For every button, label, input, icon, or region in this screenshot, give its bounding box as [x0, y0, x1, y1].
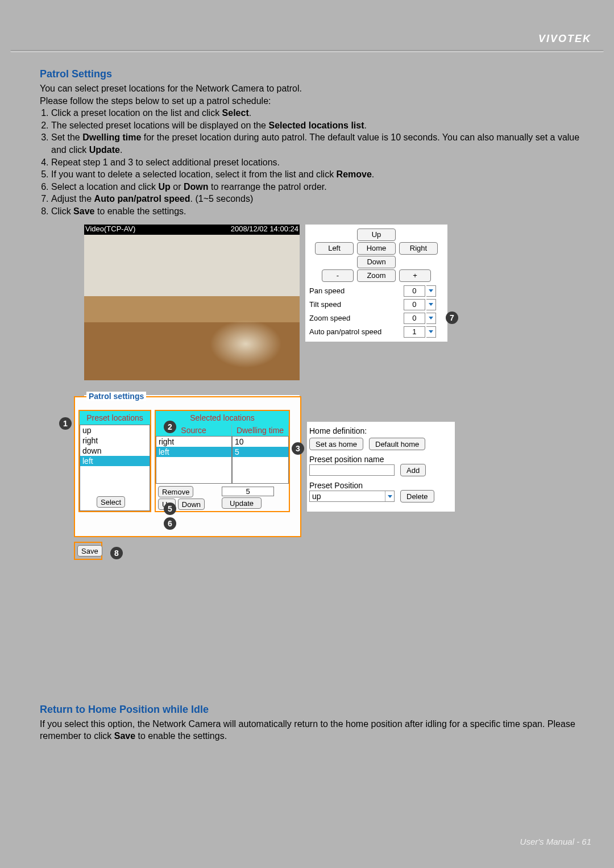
remove-button[interactable]: Remove: [158, 486, 193, 497]
video-timestamp: 2008/12/02 14:00:24: [231, 225, 298, 235]
selected-dwelling-list[interactable]: 10 5: [232, 436, 289, 484]
preset-name-input[interactable]: [309, 464, 395, 476]
step-8: Click Save to enable the settings.: [51, 205, 591, 218]
zoom-speed-select[interactable]: 0: [404, 313, 443, 324]
callout-1: 1: [59, 417, 72, 430]
home-definition-panel: Home definition: Set as home Default hom…: [307, 422, 455, 512]
pan-speed-label: Pan speed: [306, 284, 400, 298]
home-definition-label: Home definition:: [309, 426, 453, 435]
callout-7: 7: [446, 312, 458, 324]
list-item[interactable]: right: [80, 435, 150, 446]
delete-button[interactable]: Delete: [400, 490, 434, 502]
pan-speed-select[interactable]: 0: [404, 285, 443, 297]
selected-locations-header: Selected locations: [156, 411, 289, 425]
step-7: Adjust the Auto pan/patrol speed. (1~5 s…: [51, 193, 591, 205]
preset-position-label: Preset Position: [309, 481, 453, 490]
intro-line1: You can select preset locations for the …: [40, 82, 591, 95]
set-as-home-button[interactable]: Set as home: [309, 438, 363, 450]
auto-speed-select[interactable]: 1: [404, 326, 443, 338]
preset-name-label: Preset position name: [309, 455, 453, 464]
chevron-down-icon: [426, 285, 436, 297]
zoom-in-button[interactable]: +: [399, 269, 431, 282]
ptz-home-button[interactable]: Home: [357, 242, 396, 255]
zoom-out-button[interactable]: -: [322, 269, 354, 282]
table-row[interactable]: 5: [233, 447, 288, 457]
list-item[interactable]: down: [80, 446, 150, 456]
video-preview[interactable]: [84, 235, 300, 380]
chevron-down-icon: [426, 326, 436, 338]
header-divider: [10, 50, 604, 52]
patrol-legend: Patrol settings: [86, 392, 146, 401]
video-titlebar: Video(TCP-AV) 2008/12/02 14:00:24: [84, 225, 300, 235]
preset-locations-header: Preset locations: [80, 411, 150, 425]
callout-6: 6: [164, 517, 176, 530]
zoom-speed-label: Zoom speed: [306, 312, 400, 325]
step-2: The selected preset locations will be di…: [51, 119, 591, 132]
ptz-up-button[interactable]: Up: [357, 229, 396, 241]
callout-8: 8: [110, 547, 123, 559]
table-row[interactable]: 10: [233, 437, 288, 447]
intro-line2: Please follow the steps below to set up …: [40, 95, 591, 107]
step-6: Select a location and click Up or Down t…: [51, 181, 591, 193]
update-button[interactable]: Update: [222, 497, 262, 509]
ptz-panel: Up Left Home Right Down - Zoom + Pan spe…: [305, 225, 447, 342]
chevron-down-icon: [426, 313, 436, 324]
callout-5: 5: [164, 502, 176, 515]
tilt-speed-label: Tilt speed: [306, 298, 400, 312]
brand-label: VIVOTEK: [538, 33, 591, 45]
list-item[interactable]: left: [80, 456, 150, 466]
video-stream-label: Video(TCP-AV): [85, 225, 135, 235]
step-4: Repeat step 1 and 3 to select additional…: [51, 156, 591, 169]
select-button[interactable]: Select: [97, 496, 125, 508]
preset-position-select[interactable]: up: [309, 491, 395, 502]
ptz-left-button[interactable]: Left: [315, 242, 354, 255]
list-item[interactable]: up: [80, 425, 150, 435]
down-button[interactable]: Down: [178, 499, 205, 510]
table-row[interactable]: left: [156, 447, 231, 457]
step-5: If you want to delete a selected locatio…: [51, 168, 591, 181]
add-button[interactable]: Add: [400, 464, 426, 476]
ptz-down-button[interactable]: Down: [357, 256, 396, 268]
dwelling-header: Dwelling time: [232, 425, 289, 436]
section-title-return-home: Return to Home Position while Idle: [40, 704, 591, 716]
callout-2: 2: [164, 421, 176, 433]
section-title-patrol: Patrol Settings: [40, 68, 591, 80]
callout-3: 3: [292, 442, 304, 455]
chevron-down-icon: [385, 491, 394, 501]
table-row[interactable]: right: [156, 437, 231, 447]
patrol-settings-panel: Patrol settings Preset locations up righ…: [74, 396, 301, 537]
step-1: Click a preset location on the list and …: [51, 107, 591, 119]
chevron-down-icon: [426, 299, 436, 310]
default-home-button[interactable]: Default home: [369, 438, 425, 450]
step-3: Set the Dwelling time for the preset loc…: [51, 131, 591, 156]
auto-speed-label: Auto pan/patrol speed: [306, 325, 400, 339]
save-button[interactable]: Save: [77, 545, 102, 556]
ptz-right-button[interactable]: Right: [399, 242, 438, 255]
footer: User's Manual - 61: [520, 837, 591, 846]
dwelling-input[interactable]: [222, 487, 274, 496]
zoom-label-button[interactable]: Zoom: [357, 269, 396, 282]
return-home-body: If you select this option, the Network C…: [40, 718, 591, 742]
selected-source-list[interactable]: right left: [156, 436, 232, 484]
tilt-speed-select[interactable]: 0: [404, 299, 443, 310]
